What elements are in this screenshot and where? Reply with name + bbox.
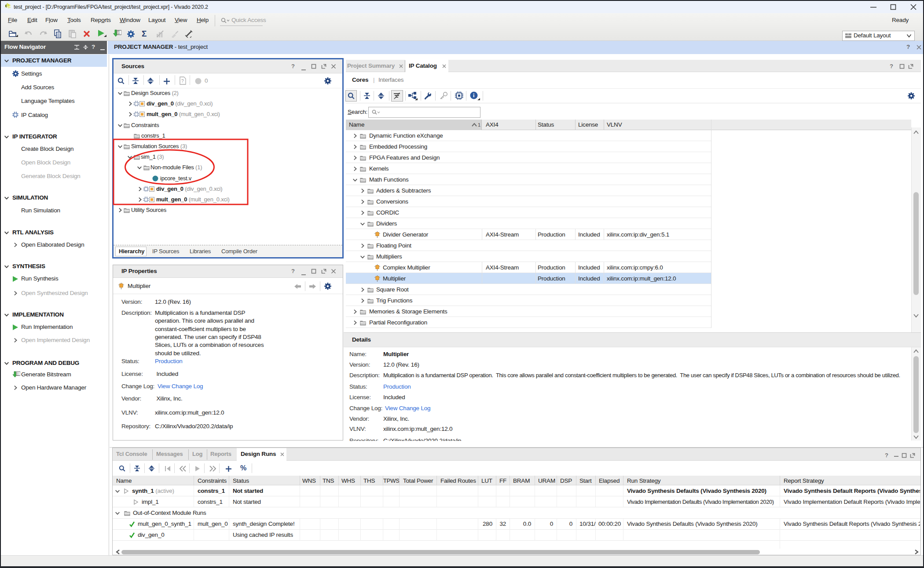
svg-text:?: ? <box>181 79 184 84</box>
svg-text:10: 10 <box>117 33 120 35</box>
